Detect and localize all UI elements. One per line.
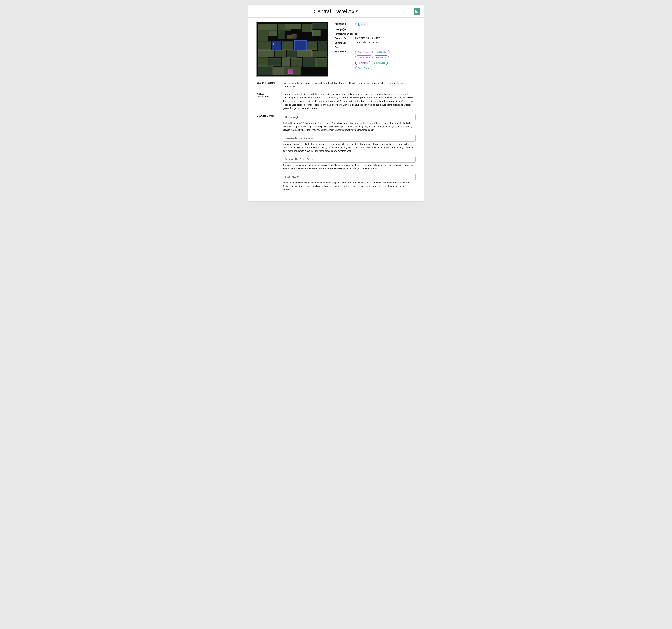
svg-rect-35 xyxy=(292,34,296,39)
svg-rect-5 xyxy=(278,31,285,39)
edit-button[interactable] xyxy=(414,8,421,15)
game-entry-0: Hollow KnightⓘHollow Knight is a 2D "Met… xyxy=(283,114,415,132)
keyword-tag-boundaries[interactable]: Boundaries xyxy=(371,61,388,65)
game-image-area xyxy=(257,22,328,76)
design-problem-section: Design Problem: How to lower the burden … xyxy=(257,81,415,89)
game-description-3: Most zones have vertical passages that s… xyxy=(283,181,415,191)
svg-rect-14 xyxy=(308,42,317,50)
pattern-description-label: Pattern Description: xyxy=(257,92,283,110)
game-name-3: Super Metroid xyxy=(285,176,299,178)
page-container: Central Travel Axis xyxy=(248,5,424,201)
pattern-description-text: In games, especially those with large wo… xyxy=(283,92,415,110)
svg-rect-13 xyxy=(294,40,307,51)
page-title: Central Travel Axis xyxy=(314,8,358,15)
game-info-icon-3[interactable]: ⓘ xyxy=(411,175,413,179)
author-badge[interactable]: 👤 totter xyxy=(355,22,368,26)
game-entry-1: Castlevania: Aria of SorrowⓘAreas of Dra… xyxy=(283,135,415,153)
svg-rect-26 xyxy=(316,59,327,67)
keyword-tag-exploration[interactable]: Exploration xyxy=(355,50,371,54)
created-on-row: Created On: May 24th 2021, 3:13pm xyxy=(335,37,415,40)
pattern-confidence-label: Pattern Confidence: xyxy=(335,32,357,35)
svg-rect-1 xyxy=(258,24,277,30)
svg-rect-12 xyxy=(282,42,293,50)
top-section: Author(s): 👤 totter Groups(s): Patte xyxy=(257,22,415,76)
groups-label: Groups(s): xyxy=(335,28,355,31)
game-entry-3: Super MetroidⓘMost zones have vertical p… xyxy=(283,173,415,191)
svg-rect-23 xyxy=(282,57,290,66)
svg-rect-15 xyxy=(318,41,327,50)
svg-rect-6 xyxy=(285,24,301,29)
created-on-label: Created On: xyxy=(335,37,355,40)
pattern-confidence-row: Pattern Confidence: 4 xyxy=(335,32,415,35)
svg-rect-34 xyxy=(287,35,292,39)
created-on-value: May 24th 2021, 3:13pm xyxy=(355,37,380,39)
page-header: Central Travel Axis xyxy=(248,5,424,18)
svg-rect-27 xyxy=(258,66,272,75)
design-problem-text: How to lower the burden of repeat visits… xyxy=(283,81,415,89)
svg-rect-2 xyxy=(258,31,268,41)
keywords-row: Keywords: ExplorationLevel DesignMetroid… xyxy=(335,50,415,70)
seed-label: Seed: xyxy=(335,46,355,48)
svg-rect-18 xyxy=(287,50,296,57)
keyword-tag-metroidvania[interactable]: Metroidvania xyxy=(355,55,373,60)
page-content: Author(s): 👤 totter Groups(s): Patte xyxy=(248,18,424,201)
game-entry-2: Shantae: The Seven SirensⓘDungeons have … xyxy=(283,156,415,170)
svg-rect-28 xyxy=(273,67,285,75)
svg-rect-3 xyxy=(268,31,277,36)
example-games-list: Hollow KnightⓘHollow Knight is a 2D "Met… xyxy=(283,114,415,194)
metadata-area: Author(s): 👤 totter Groups(s): Patte xyxy=(335,22,415,76)
svg-rect-16 xyxy=(258,50,274,57)
game-header-2: Shantae: The Seven Sirensⓘ xyxy=(283,156,415,163)
person-icon: 👤 xyxy=(357,23,360,25)
svg-rect-21 xyxy=(258,57,268,66)
svg-rect-8 xyxy=(312,23,327,29)
game-header-1: Castlevania: Aria of Sorrowⓘ xyxy=(283,135,415,142)
seed-row: Seed: — xyxy=(335,46,415,48)
game-name-0: Hollow Knight xyxy=(285,116,299,119)
svg-rect-11 xyxy=(272,41,281,50)
game-info-icon-2[interactable]: ⓘ xyxy=(411,158,413,161)
author-badge-container: 👤 totter xyxy=(355,22,368,26)
game-screenshot-svg xyxy=(257,23,328,76)
svg-rect-19 xyxy=(297,50,312,57)
svg-rect-31 xyxy=(272,43,274,45)
game-header-0: Hollow Knightⓘ xyxy=(283,114,415,120)
design-problem-label: Design Problem: xyxy=(257,81,283,89)
edited-on-value: June 15th 2021, 9:58am xyxy=(355,41,381,44)
game-info-icon-0[interactable]: ⓘ xyxy=(411,116,413,119)
authors-label: Author(s): xyxy=(335,22,355,25)
keyword-tag-good-shape[interactable]: Good Shape xyxy=(355,66,372,70)
pattern-description-section: Pattern Description: In games, especiall… xyxy=(257,92,415,110)
svg-rect-7 xyxy=(302,24,312,32)
game-name-1: Castlevania: Aria of Sorrow xyxy=(285,137,313,140)
keywords-container: ExplorationLevel DesignMetroidvaniaNavig… xyxy=(355,50,415,70)
game-header-3: Super Metroidⓘ xyxy=(283,173,415,180)
game-info-icon-1[interactable]: ⓘ xyxy=(411,137,413,140)
game-description-0: Hollow Knight is a 2D "Metroidvania" sty… xyxy=(283,121,415,132)
edited-on-row: Edited On: June 15th 2021, 9:58am xyxy=(335,41,415,44)
keyword-tag-navigation[interactable]: Navigation xyxy=(374,55,389,60)
svg-rect-25 xyxy=(303,57,316,67)
example-games-label: Example Games: xyxy=(257,114,283,194)
game-image xyxy=(257,22,328,76)
svg-rect-17 xyxy=(275,50,286,57)
svg-rect-20 xyxy=(312,51,327,57)
game-description-2: Dungeons have vertical shafts that allow… xyxy=(283,164,415,170)
keyword-tag-adventure[interactable]: Adventure xyxy=(355,61,370,65)
svg-rect-24 xyxy=(291,59,302,66)
svg-rect-9 xyxy=(312,30,320,36)
author-row: Author(s): 👤 totter xyxy=(335,22,415,26)
example-games-section: Example Games: Hollow KnightⓘHollow Knig… xyxy=(257,114,415,194)
groups-row: Groups(s): xyxy=(335,28,415,31)
pattern-confidence-value: 4 xyxy=(357,32,358,35)
keyword-tag-level-design[interactable]: Level Design xyxy=(372,50,390,54)
svg-rect-22 xyxy=(268,59,281,66)
edited-on-label: Edited On: xyxy=(335,41,355,44)
game-description-1: Areas of Dracula's castle feature large … xyxy=(283,142,415,153)
author-name: totter xyxy=(361,23,366,25)
edit-icon xyxy=(415,9,419,13)
svg-rect-10 xyxy=(258,42,271,50)
svg-rect-30 xyxy=(288,70,293,74)
seed-value: — xyxy=(355,46,358,48)
keywords-label: Keywords: xyxy=(335,50,355,53)
